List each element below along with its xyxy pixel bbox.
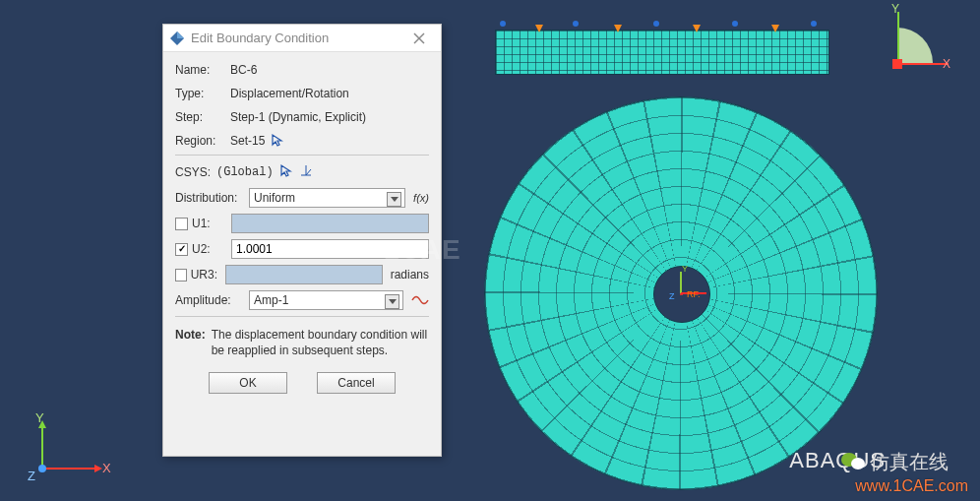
ur3-label: UR3: bbox=[191, 268, 225, 282]
step-value: Step-1 (Dynamic, Explicit) bbox=[230, 110, 366, 124]
name-label: Name: bbox=[175, 63, 230, 77]
rect-mesh-part bbox=[495, 30, 829, 75]
bc-arrow bbox=[535, 25, 543, 32]
cursor-icon[interactable] bbox=[271, 133, 284, 150]
datum-csys-icon[interactable] bbox=[299, 163, 313, 180]
dialog-titlebar[interactable]: Edit Boundary Condition bbox=[163, 25, 441, 52]
bc-arrow bbox=[614, 25, 622, 32]
watermark-url: www.1CAE.com bbox=[855, 477, 968, 495]
app-icon bbox=[169, 31, 185, 46]
divider bbox=[175, 155, 429, 156]
csys-value: (Global) bbox=[216, 165, 274, 179]
svg-point-8 bbox=[851, 458, 865, 470]
ur3-input[interactable] bbox=[225, 265, 383, 284]
u2-checkbox[interactable] bbox=[175, 243, 188, 256]
bc-marker bbox=[732, 21, 738, 27]
divider bbox=[175, 316, 429, 317]
pick-csys-icon[interactable] bbox=[279, 163, 293, 180]
view-rotation-widget[interactable]: Y X bbox=[888, 16, 947, 75]
svg-marker-1 bbox=[177, 31, 184, 38]
cancel-button[interactable]: Cancel bbox=[317, 372, 396, 394]
type-label: Type: bbox=[175, 87, 230, 100]
amplitude-select[interactable]: Amp-1 bbox=[249, 290, 403, 310]
amplitude-label: Amplitude: bbox=[175, 293, 249, 307]
fx-icon[interactable]: f(x) bbox=[413, 192, 429, 204]
close-icon bbox=[413, 32, 425, 44]
close-button[interactable] bbox=[403, 28, 435, 49]
distribution-label: Distribution: bbox=[175, 191, 249, 205]
u1-input[interactable] bbox=[231, 214, 429, 233]
u2-label: U2: bbox=[192, 242, 231, 256]
global-triad: Y X Z bbox=[28, 414, 106, 483]
ok-button[interactable]: OK bbox=[209, 372, 287, 394]
ur3-checkbox[interactable] bbox=[175, 269, 187, 282]
u1-label: U1: bbox=[192, 217, 231, 230]
watermark-cn: 仿真在线 bbox=[870, 449, 949, 475]
type-value: Displacement/Rotation bbox=[230, 87, 349, 100]
disc-mesh-part: Z Y RF. bbox=[484, 96, 878, 490]
csys-label: CSYS: bbox=[175, 165, 211, 179]
step-label: Step: bbox=[175, 110, 230, 124]
note-text: Note: The displacement boundary conditio… bbox=[175, 327, 429, 358]
dialog-title: Edit Boundary Condition bbox=[191, 31, 403, 45]
bc-marker bbox=[653, 21, 659, 27]
distribution-select[interactable]: Uniform bbox=[249, 188, 405, 208]
u1-checkbox[interactable] bbox=[175, 218, 188, 230]
amplitude-curve-icon[interactable] bbox=[411, 293, 429, 307]
name-value: BC-6 bbox=[230, 63, 257, 77]
bc-marker bbox=[500, 21, 506, 27]
bc-marker bbox=[573, 21, 579, 27]
svg-line-6 bbox=[306, 169, 311, 175]
bc-arrow bbox=[771, 25, 779, 32]
ur3-unit: radians bbox=[391, 268, 429, 282]
region-value: Set-15 bbox=[230, 134, 265, 148]
wechat-icon bbox=[840, 450, 866, 471]
bc-arrow bbox=[693, 25, 701, 32]
bc-marker bbox=[811, 21, 817, 27]
watermark-center: 1CAE bbox=[384, 234, 461, 266]
region-label: Region: bbox=[175, 134, 230, 148]
